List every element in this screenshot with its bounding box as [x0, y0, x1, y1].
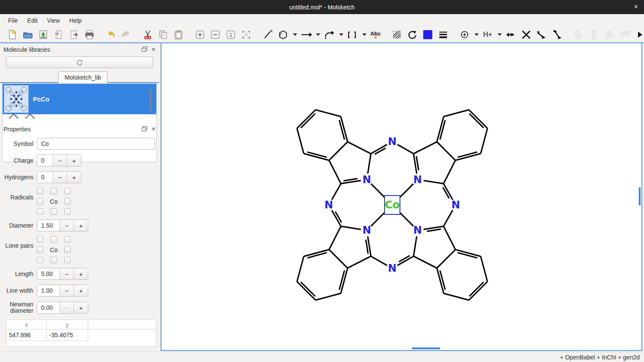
charge-increment-button[interactable]: +	[67, 155, 81, 166]
zoom-original-button[interactable]: 1	[225, 29, 236, 40]
line-width-decrement-button[interactable]: −	[60, 285, 74, 296]
symbol-input[interactable]: Co	[37, 138, 155, 150]
ring-tool-button[interactable]	[277, 29, 289, 40]
diameter-value[interactable]: 1.50	[37, 220, 60, 231]
align-tool-1-button[interactable]	[573, 29, 584, 40]
radical-checkbox[interactable]	[37, 188, 43, 194]
radical-checkbox[interactable]	[51, 208, 57, 215]
lone-pair-checkbox[interactable]	[37, 257, 43, 263]
window-close-button[interactable]: ×	[634, 3, 638, 11]
radical-checkbox[interactable]	[51, 188, 57, 194]
hydrogen-tool-dropdown[interactable]	[498, 33, 502, 36]
reaction-arrow-dropdown[interactable]	[316, 33, 320, 36]
copy-button[interactable]	[158, 29, 169, 40]
zoom-out-button[interactable]	[210, 29, 221, 40]
coord-x-cell[interactable]: 547.896	[6, 329, 47, 341]
drawing-canvas[interactable]: CoNNNNNNNN	[161, 43, 642, 351]
close-panel-icon[interactable]: ×	[152, 46, 155, 53]
save-as-button[interactable]	[53, 29, 64, 40]
length-increment-button[interactable]: +	[74, 268, 88, 279]
bracket-tool-dropdown[interactable]	[362, 33, 367, 36]
canvas-vscrollbar-thumb[interactable]	[639, 187, 641, 205]
hydrogens-decrement-button[interactable]: −	[53, 172, 67, 183]
coord-y-cell[interactable]: -35.4075	[47, 329, 88, 341]
svg-text:N: N	[363, 174, 371, 186]
ring-tool-dropdown[interactable]	[293, 33, 297, 36]
library-list-scrollbar[interactable]	[150, 89, 151, 110]
lone-pair-checkbox[interactable]	[37, 246, 43, 253]
charge-value[interactable]: 0	[37, 155, 53, 166]
coords-header-y[interactable]: y	[47, 320, 88, 329]
molecule-structure[interactable]: CoNNNNNNNN	[161, 43, 641, 349]
coords-header-x[interactable]: x	[6, 320, 47, 329]
newman-diameter-value[interactable]: 0.00	[37, 302, 60, 313]
lone-pair-checkbox[interactable]	[64, 246, 71, 253]
align-tool-4-button[interactable]	[619, 29, 630, 40]
canvas-hscrollbar-thumb[interactable]	[412, 347, 440, 349]
lone-pair-checkbox[interactable]	[51, 236, 57, 243]
radical-checkbox[interactable]	[64, 208, 71, 215]
lone-pair-checkbox[interactable]	[37, 236, 43, 243]
lone-pair-checkbox[interactable]	[64, 236, 71, 243]
lone-pair-checkbox[interactable]	[51, 257, 57, 263]
close-panel-icon[interactable]: ×	[152, 125, 155, 133]
diameter-decrement-button[interactable]: −	[60, 220, 74, 231]
length-decrement-button[interactable]: −	[60, 268, 74, 279]
radical-checkbox[interactable]	[64, 188, 71, 194]
color-swatch-button[interactable]	[422, 29, 433, 40]
paste-button[interactable]	[173, 29, 184, 40]
radical-checkbox[interactable]	[37, 208, 43, 215]
charge-decrement-button[interactable]: −	[53, 155, 67, 166]
newman-decrement-button[interactable]: −	[60, 302, 74, 313]
diameter-increment-button[interactable]: +	[74, 220, 88, 231]
list-item-pcco[interactable]: PcCo	[3, 84, 156, 114]
refresh-libraries-button[interactable]	[6, 56, 153, 68]
bracket-tool-button[interactable]: [ ]	[347, 29, 358, 40]
print-button[interactable]	[84, 29, 95, 40]
list-item-partial[interactable]	[3, 114, 156, 119]
delete-tool-button[interactable]	[521, 29, 532, 40]
float-panel-icon[interactable]	[142, 47, 147, 53]
redo-button[interactable]	[121, 29, 132, 40]
mechanism-arrow-dropdown[interactable]	[339, 33, 343, 36]
open-button[interactable]	[22, 29, 33, 40]
menu-view[interactable]: View	[42, 15, 65, 26]
connect-tool-button[interactable]	[505, 29, 516, 40]
charge-tool-button[interactable]	[459, 29, 470, 40]
radical-checkbox[interactable]	[37, 198, 43, 205]
save-button[interactable]	[38, 29, 49, 40]
line-width-value[interactable]: 1.00	[37, 285, 60, 296]
text-tool-button[interactable]: Abc	[370, 29, 381, 40]
hydrogens-value[interactable]: 0	[37, 172, 53, 183]
cut-button[interactable]	[142, 29, 153, 40]
zoom-in-button[interactable]	[194, 29, 206, 40]
hatch-fill-button[interactable]	[391, 29, 402, 40]
menu-help[interactable]: Help	[65, 15, 86, 26]
mechanism-arrow-button[interactable]	[324, 29, 335, 40]
tab-molsketch-lib[interactable]: Molsketch_lib	[58, 71, 107, 83]
menu-edit[interactable]: Edit	[23, 15, 42, 26]
hydrogens-increment-button[interactable]: +	[67, 172, 81, 183]
align-tool-3-button[interactable]	[604, 29, 615, 40]
draw-tool-button[interactable]	[262, 29, 273, 40]
toolbar-overflow-button[interactable]	[635, 29, 644, 40]
flip-horizontal-button[interactable]	[536, 29, 547, 40]
newman-increment-button[interactable]: +	[74, 302, 88, 313]
charge-tool-dropdown[interactable]	[474, 33, 479, 36]
menu-file[interactable]: File	[3, 15, 23, 26]
hydrogen-tool-button[interactable]: H+	[482, 29, 493, 40]
flip-vertical-button[interactable]	[552, 29, 563, 40]
reaction-arrow-button[interactable]	[301, 29, 312, 40]
float-panel-icon[interactable]	[142, 126, 147, 133]
radical-checkbox[interactable]	[64, 198, 71, 205]
zoom-fit-button[interactable]	[241, 29, 252, 40]
rotate-tool-button[interactable]	[407, 29, 418, 40]
length-value[interactable]: 5.00	[37, 268, 60, 279]
undo-button[interactable]	[105, 29, 116, 40]
line-width-increment-button[interactable]: +	[74, 285, 88, 296]
align-tool-2-button[interactable]	[588, 29, 599, 40]
export-button[interactable]	[69, 29, 80, 40]
lone-pair-checkbox[interactable]	[64, 257, 71, 263]
new-document-button[interactable]	[7, 29, 18, 40]
line-width-button[interactable]	[438, 29, 449, 40]
